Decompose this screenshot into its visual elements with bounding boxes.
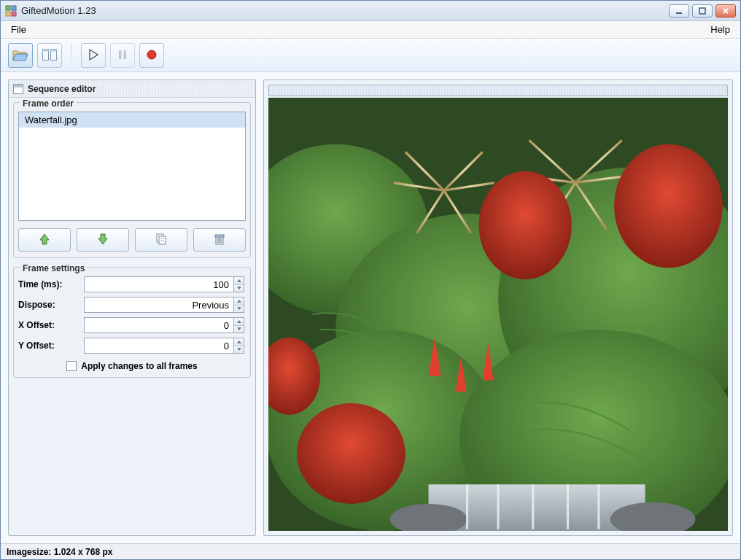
xoffset-spinner[interactable] [234, 317, 244, 333]
panels-button[interactable] [37, 43, 62, 68]
frame-order-group: Frame order Waterfall.jpg [13, 102, 251, 258]
menu-help[interactable]: Help [706, 23, 734, 36]
svg-rect-18 [215, 235, 224, 237]
menu-file[interactable]: File [7, 23, 31, 36]
time-label: Time (ms): [18, 279, 84, 289]
svg-rect-10 [119, 50, 122, 59]
spin-down-icon[interactable] [234, 346, 244, 354]
pause-icon [117, 49, 128, 63]
svg-point-42 [478, 171, 571, 280]
menubar: File Help [1, 21, 740, 39]
yoffset-spinner[interactable] [234, 338, 244, 354]
frame-order-label: Frame order [20, 98, 77, 109]
dispose-label: Dispose: [18, 300, 84, 310]
panel-title-label: Sequence editor [28, 84, 96, 94]
svg-point-43 [614, 144, 722, 268]
copy-frame-button[interactable] [135, 228, 187, 252]
move-down-button[interactable] [77, 228, 129, 252]
spin-up-icon[interactable] [234, 318, 244, 326]
arrow-up-icon [38, 233, 51, 248]
pause-button [110, 43, 135, 68]
preview-titlebar[interactable] [268, 85, 728, 96]
titlebar: GiftedMotion 1.23 [1, 1, 740, 21]
panel-icon [13, 84, 23, 94]
yoffset-label: Y Offset: [18, 341, 84, 351]
svg-rect-4 [676, 12, 682, 14]
toolbar-separator [71, 44, 72, 66]
svg-rect-0 [6, 6, 10, 10]
svg-rect-1 [12, 6, 16, 10]
close-button[interactable] [715, 4, 736, 18]
copy-icon [155, 233, 168, 248]
svg-rect-9 [51, 49, 57, 51]
move-up-button[interactable] [18, 228, 71, 252]
toolbar [1, 39, 740, 72]
frame-list[interactable]: Waterfall.jpg [18, 112, 246, 221]
statusbar: Imagesize: 1.024 x 768 px [1, 543, 740, 559]
work-area: Sequence editor Frame order Waterfall.jp… [1, 72, 740, 543]
record-icon [146, 49, 158, 63]
spin-down-icon[interactable] [234, 326, 244, 333]
sequence-editor-title: Sequence editor [9, 80, 255, 98]
play-button[interactable] [81, 43, 106, 68]
dispose-spinner[interactable] [234, 297, 244, 313]
svg-rect-2 [6, 12, 10, 16]
maximize-button[interactable] [692, 4, 713, 18]
app-icon [5, 5, 17, 17]
apply-all-checkbox[interactable] [66, 361, 77, 371]
application-window: GiftedMotion 1.23 File Help [0, 0, 741, 560]
svg-point-44 [297, 403, 406, 504]
list-item[interactable]: Waterfall.jpg [19, 112, 245, 128]
sequence-editor-panel: Sequence editor Frame order Waterfall.jp… [8, 79, 256, 536]
play-icon [88, 49, 98, 63]
xoffset-field[interactable] [84, 317, 234, 333]
preview-canvas [268, 98, 728, 531]
record-button[interactable] [139, 43, 164, 68]
time-spinner[interactable] [234, 276, 244, 292]
yoffset-field[interactable] [84, 338, 234, 354]
svg-rect-3 [12, 12, 16, 16]
minimize-button[interactable] [669, 4, 689, 18]
folder-open-icon [12, 48, 28, 63]
spin-up-icon[interactable] [234, 338, 244, 346]
panels-icon [42, 49, 57, 63]
svg-rect-11 [124, 50, 127, 59]
spin-down-icon[interactable] [234, 306, 244, 313]
svg-rect-8 [43, 49, 49, 51]
delete-frame-button[interactable] [193, 228, 246, 252]
trash-icon [213, 233, 226, 248]
spin-up-icon[interactable] [234, 298, 244, 306]
open-button[interactable] [8, 43, 33, 68]
imagesize-label: Imagesize: 1.024 x 768 px [7, 547, 112, 557]
svg-point-12 [147, 50, 156, 59]
time-field[interactable] [84, 276, 234, 292]
arrow-down-icon [96, 233, 109, 248]
window-title: GiftedMotion 1.23 [21, 5, 669, 16]
svg-rect-5 [699, 8, 705, 14]
spin-up-icon[interactable] [234, 277, 244, 285]
dispose-field[interactable] [84, 297, 234, 313]
preview-panel [263, 79, 733, 536]
frame-settings-label: Frame settings [20, 263, 88, 273]
spin-down-icon[interactable] [234, 285, 244, 292]
apply-all-label: Apply changes to all frames [81, 361, 197, 371]
xoffset-label: X Offset: [18, 320, 84, 330]
frame-settings-group: Frame settings Time (ms): Dispose: X Off… [13, 267, 251, 378]
